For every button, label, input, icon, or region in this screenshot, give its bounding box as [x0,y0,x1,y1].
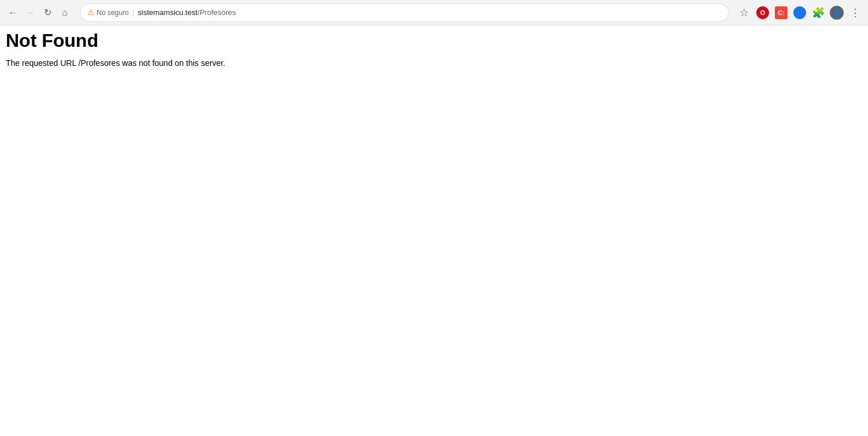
opera-button[interactable]: O [755,5,771,21]
home-button[interactable]: ⌂ [57,5,73,21]
chrome-c-button[interactable]: C: [773,5,789,21]
error-message: The requested URL /Profesores was not fo… [6,58,862,68]
nav-buttons: ← → ↻ ⌂ [5,5,73,21]
page-title: Not Found [6,30,862,51]
refresh-button[interactable]: ↻ [39,5,56,21]
url-path: /Profesores [197,8,236,17]
bookmark-button[interactable]: ☆ [736,5,752,21]
blue-icon-button[interactable] [792,5,808,21]
profile-avatar: 👤 [830,6,844,20]
page-content: Not Found The requested URL /Profesores … [0,25,868,72]
toolbar-right: ☆ O C: 🧩 👤 ⋮ [736,5,863,21]
extensions-icon: 🧩 [812,6,825,19]
url-display: sistemamsicu.test/Profesores [138,8,722,17]
blue-circle-icon [793,6,806,19]
back-button[interactable]: ← [5,5,21,21]
address-bar[interactable]: ⚠ No seguro | sistemamsicu.test/Profesor… [80,3,729,22]
profile-button[interactable]: 👤 [829,5,845,21]
star-icon: ☆ [740,6,749,19]
chrome-c-icon: C: [775,6,788,19]
security-warning: ⚠ No seguro [87,8,128,17]
url-separator: | [132,8,134,17]
opera-icon: O [756,6,769,19]
security-text: No seguro [97,9,128,17]
menu-icon: ⋮ [850,6,861,19]
url-domain: sistemamsicu.test [138,8,197,17]
menu-button[interactable]: ⋮ [847,5,863,21]
forward-button[interactable]: → [22,5,38,21]
warning-icon: ⚠ [87,8,94,17]
extensions-button[interactable]: 🧩 [810,5,826,21]
browser-toolbar: ← → ↻ ⌂ ⚠ No seguro | sistemamsicu.test/… [0,0,868,25]
